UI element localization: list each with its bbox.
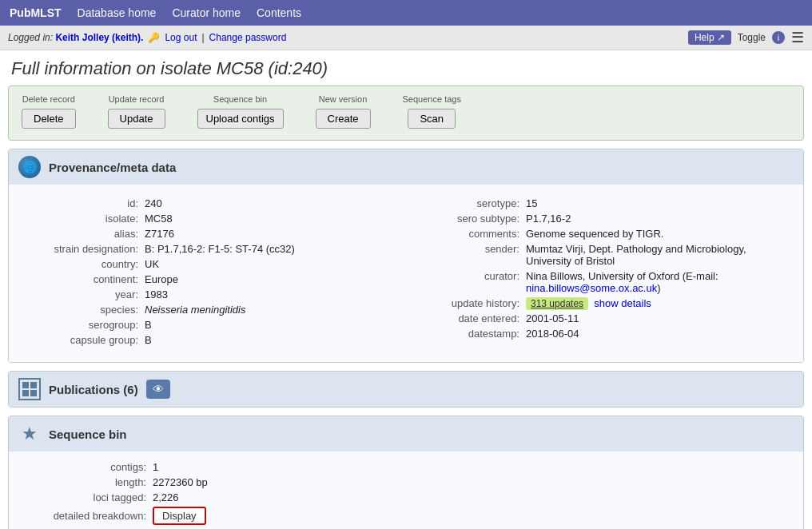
login-bar: Logged in: Keith Jolley (keith). 🔑 Log o… [0, 26, 812, 50]
delete-button[interactable]: Delete [22, 109, 76, 129]
value-country: UK [145, 258, 159, 270]
value-id: 240 [145, 197, 162, 209]
label-curator: curator: [414, 270, 526, 282]
label-alias: alias: [33, 228, 145, 240]
show-details-link[interactable]: show details [594, 297, 651, 309]
label-strain: strain designation: [33, 243, 145, 255]
provenance-grid: id: 240 isolate: MC58 alias: Z7176 strai… [25, 194, 787, 352]
sequence-bin-header: ★ Sequence bin [9, 416, 803, 451]
toolbar-update-label: Update record [109, 94, 165, 104]
toolbar-update-section: Update record Update [108, 94, 165, 129]
value-serogroup: B [145, 319, 152, 331]
field-year: year: 1983 [33, 288, 398, 300]
value-datestamp: 2018-06-04 [526, 328, 579, 340]
provenance-body: id: 240 isolate: MC58 alias: Z7176 strai… [9, 185, 803, 362]
label-contigs: contigs: [25, 461, 153, 473]
value-curator: Nina Billows, University of Oxford (E-ma… [526, 270, 718, 294]
page-title: Full information on isolate MC58 (id:240… [11, 58, 801, 79]
label-serotype: serotype: [414, 197, 526, 209]
nav-contents[interactable]: Contents [257, 6, 301, 19]
value-loci-tagged: 2,226 [153, 491, 179, 503]
value-update-history: 313 updates show details [526, 297, 651, 309]
change-password-link[interactable]: Change password [209, 32, 287, 43]
login-text: Logged in: Keith Jolley (keith). [8, 32, 143, 43]
update-button[interactable]: Update [108, 109, 165, 129]
hamburger-menu[interactable]: ☰ [791, 29, 804, 46]
publications-eye-button[interactable]: 👁 [146, 380, 170, 399]
login-user[interactable]: Keith Jolley (keith). [55, 32, 143, 43]
sequence-bin-section: ★ Sequence bin contigs: 1 length: 227236… [8, 416, 804, 529]
label-serogroup: serogroup: [33, 319, 145, 331]
field-comments: comments: Genome sequenced by TIGR. [414, 228, 779, 240]
login-prefix: Logged in: [8, 32, 53, 43]
help-label: Help [695, 32, 714, 43]
nav-database-home[interactable]: Database home [78, 6, 157, 19]
field-contigs: contigs: 1 [25, 461, 787, 473]
label-update-history: update history: [414, 297, 526, 309]
field-id: id: 240 [33, 197, 398, 209]
provenance-title: Provenance/meta data [49, 161, 176, 174]
dna-icon: ★ [18, 423, 41, 445]
value-sero-subtype: P1.7,16-2 [526, 213, 571, 225]
field-species: species: Neisseria meningitidis [33, 304, 398, 316]
globe-icon: 🌐 [18, 156, 41, 178]
toolbar-seqtags-label: Sequence tags [403, 94, 461, 104]
login-info: Logged in: Keith Jolley (keith). 🔑 Log o… [8, 32, 286, 43]
provenance-header: 🌐 Provenance/meta data [9, 149, 803, 185]
value-capsule: B [145, 334, 152, 346]
toolbar-seqtags-section: Sequence tags Scan [403, 94, 461, 129]
brand-logo[interactable]: PubMLST [10, 6, 62, 19]
toolbar-seqbin-section: Sequence bin Upload contigs [197, 94, 284, 129]
label-year: year: [33, 288, 145, 300]
value-serotype: 15 [526, 197, 537, 209]
label-country: country: [33, 258, 145, 270]
field-update-history: update history: 313 updates show details [414, 297, 779, 309]
scan-button[interactable]: Scan [408, 109, 456, 129]
value-sender: Mumtaz Virji, Dept. Pathology and Microb… [526, 243, 746, 267]
display-button[interactable]: Display [153, 507, 206, 525]
field-length: length: 2272360 bp [25, 476, 787, 488]
info-icon: i [772, 31, 785, 44]
toolbar-newversion-label: New version [319, 94, 368, 104]
value-date-entered: 2001-05-11 [526, 312, 579, 324]
value-isolate: MC58 [145, 213, 173, 225]
update-badge[interactable]: 313 updates [526, 297, 588, 310]
publications-title: Publications (6) [49, 383, 138, 396]
logout-link[interactable]: Log out [165, 32, 197, 43]
nav-curator-home[interactable]: Curator home [172, 6, 241, 19]
value-year: 1983 [145, 288, 168, 300]
toolbar-delete-label: Delete record [22, 94, 75, 104]
label-sero-subtype: sero subtype: [414, 213, 526, 225]
login-separator: 🔑 [148, 32, 160, 43]
field-continent: continent: Europe [33, 273, 398, 285]
field-serotype: serotype: 15 [414, 197, 779, 209]
page-title-bar: Full information on isolate MC58 (id:240… [0, 50, 812, 86]
value-alias: Z7176 [145, 228, 174, 240]
value-contigs: 1 [153, 461, 158, 473]
value-comments: Genome sequenced by TIGR. [526, 228, 663, 240]
field-isolate: isolate: MC58 [33, 213, 398, 225]
help-button[interactable]: Help ↗ [688, 30, 731, 45]
label-comments: comments: [414, 228, 526, 240]
provenance-left-col: id: 240 isolate: MC58 alias: Z7176 strai… [25, 194, 406, 352]
eye-icon: 👁 [153, 383, 164, 396]
field-country: country: UK [33, 258, 398, 270]
label-id: id: [33, 197, 145, 209]
top-nav: PubMLST Database home Curator home Conte… [0, 0, 812, 26]
sequence-bin-title: Sequence bin [49, 428, 127, 441]
upload-contigs-button[interactable]: Upload contigs [197, 109, 284, 129]
publications-header: Publications (6) 👁 [9, 372, 803, 407]
field-serogroup: serogroup: B [33, 319, 398, 331]
field-curator: curator: Nina Billows, University of Oxf… [414, 270, 779, 294]
label-isolate: isolate: [33, 213, 145, 225]
toggle-label: Toggle [738, 32, 766, 43]
field-capsule: capsule group: B [33, 334, 398, 346]
label-species: species: [33, 304, 145, 316]
field-loci-tagged: loci tagged: 2,226 [25, 491, 787, 503]
value-length: 2272360 bp [153, 476, 208, 488]
curator-email-link[interactable]: nina.billows@some.ox.ac.uk [526, 282, 657, 294]
create-button[interactable]: Create [316, 109, 371, 129]
field-datestamp: datestamp: 2018-06-04 [414, 328, 779, 340]
toolbar-delete-section: Delete record Delete [22, 94, 76, 129]
publications-section: Publications (6) 👁 [8, 371, 804, 408]
